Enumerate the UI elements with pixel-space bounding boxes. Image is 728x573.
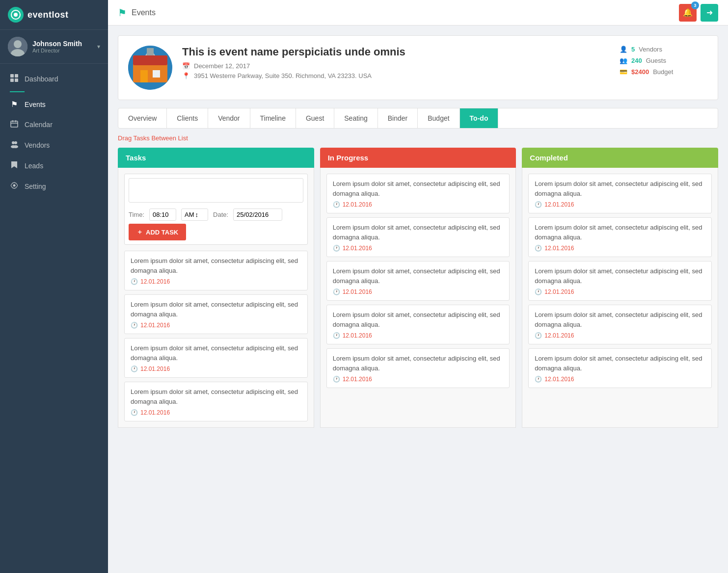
svg-rect-9 [11, 121, 18, 127]
tab-seating[interactable]: Seating [334, 108, 377, 128]
sidebar-item-events[interactable]: ⚑ Events [0, 94, 108, 114]
task-date: 🕐 12.01.2016 [333, 201, 504, 208]
in-progress-body: Lorem ipsum dolor sit amet, consectetur … [320, 168, 516, 428]
task-date: 🕐 12.01.2016 [333, 288, 504, 295]
task-card: Lorem ipsum dolor sit amet, consectetur … [124, 382, 308, 421]
task-text: Lorem ipsum dolor sit amet, consectetur … [535, 354, 705, 373]
tab-budget[interactable]: Budget [418, 108, 459, 128]
sidebar-item-calendar[interactable]: Calendar [0, 114, 108, 135]
clock-icon: 🕐 [131, 322, 138, 329]
clock-icon: 🕐 [535, 201, 542, 208]
svg-rect-22 [140, 70, 148, 82]
guests-stat: 👥 240 Guests [620, 57, 708, 64]
clock-icon: 🕐 [333, 332, 340, 339]
clock-icon: 🕐 [535, 288, 542, 295]
sidebar-item-leads[interactable]: Leads [0, 156, 108, 176]
calendar-icon: 📅 [182, 62, 190, 70]
kanban-board: Tasks Time: AM ↕ Date: [118, 148, 718, 428]
task-card: Lorem ipsum dolor sit amet, consectetur … [326, 348, 510, 388]
clock-icon: 🕐 [333, 201, 340, 208]
user-name: Johnson Smith [32, 40, 97, 48]
task-text: Lorem ipsum dolor sit amet, consectetur … [333, 266, 504, 286]
task-text: Lorem ipsum dolor sit amet, consectetur … [131, 300, 301, 319]
tab-overview[interactable]: Overview [118, 108, 167, 128]
avatar [8, 37, 27, 56]
task-card: Lorem ipsum dolor sit amet, consectetur … [326, 261, 510, 301]
task-text-input[interactable] [129, 178, 303, 203]
task-text: Lorem ipsum dolor sit amet, consectetur … [535, 223, 705, 242]
sidebar-item-label: Calendar [25, 121, 53, 129]
sidebar-item-dashboard[interactable]: Dashboard [0, 69, 108, 89]
task-card: Lorem ipsum dolor sit amet, consectetur … [528, 217, 712, 257]
completed-column: Completed Lorem ipsum dolor sit amet, co… [522, 148, 718, 428]
leads-icon [10, 161, 19, 171]
tab-guest[interactable]: Guest [296, 108, 334, 128]
tab-vendor[interactable]: Vendor [208, 108, 250, 128]
task-date: 🕐 12.01.2016 [131, 365, 301, 372]
clock-icon: 🕐 [535, 332, 542, 339]
task-date: 🕐 12.01.2016 [131, 322, 301, 329]
svg-rect-7 [10, 78, 14, 82]
tab-binder[interactable]: Binder [378, 108, 418, 128]
task-text: Lorem ipsum dolor sit amet, consectetur … [333, 354, 504, 373]
plus-icon: ＋ [136, 228, 143, 236]
clock-icon: 🕐 [535, 376, 542, 383]
logo-area: eventlost [0, 0, 108, 30]
notification-button[interactable]: 🔔 3 [679, 4, 697, 22]
user-role: Art Director [32, 48, 97, 53]
sidebar: eventlost Johnson Smith Art Director ▾ [0, 0, 108, 573]
svg-rect-23 [153, 70, 160, 78]
clock-icon: 🕐 [131, 365, 138, 372]
task-date: 🕐 12.01.2016 [535, 376, 705, 383]
task-card: Lorem ipsum dolor sit amet, consectetur … [528, 348, 712, 388]
vendors-stat: 👤 5 Vendors [620, 46, 708, 53]
header-flag-icon: ⚑ [118, 7, 127, 19]
tab-timeline[interactable]: Timeline [250, 108, 296, 128]
event-stats: 👤 5 Vendors 👥 240 Guests 💳 $2400 Budget [620, 46, 708, 76]
date-input[interactable] [233, 208, 282, 221]
clock-icon: 🕐 [131, 409, 138, 416]
user-profile[interactable]: Johnson Smith Art Director ▾ [0, 30, 108, 64]
svg-point-18 [13, 184, 16, 187]
task-date: 🕐 12.01.2016 [535, 245, 705, 252]
in-progress-header: In Progress [320, 148, 516, 168]
svg-point-16 [13, 145, 18, 148]
task-card: Lorem ipsum dolor sit amet, consectetur … [326, 217, 510, 257]
logout-button[interactable]: ➜ [701, 4, 718, 22]
tasks-column: Tasks Time: AM ↕ Date: [118, 148, 314, 428]
event-card: This is event name perspiciatis unde omn… [118, 35, 718, 100]
task-date: 🕐 12.01.2016 [333, 332, 504, 339]
task-text: Lorem ipsum dolor sit amet, consectetur … [535, 310, 705, 329]
header-actions: 🔔 3 ➜ [679, 4, 718, 22]
task-date: 🕐 12.01.2016 [131, 278, 301, 285]
tab-todo[interactable]: To-do [460, 108, 499, 128]
tasks-header: Tasks [118, 148, 314, 168]
task-text: Lorem ipsum dolor sit amet, consectetur … [333, 310, 504, 329]
page-content: This is event name perspiciatis unde omn… [108, 26, 728, 573]
group-icon: 👥 [620, 57, 627, 64]
svg-rect-21 [133, 55, 167, 65]
ampm-selector[interactable]: AM ↕ [181, 208, 208, 221]
tab-clients[interactable]: Clients [167, 108, 208, 128]
sidebar-item-setting[interactable]: Setting [0, 176, 108, 197]
clock-icon: 🕐 [333, 288, 340, 295]
notification-badge: 3 [691, 1, 699, 9]
completed-header: Completed [522, 148, 718, 168]
add-task-button[interactable]: ＋ ADD TASK [129, 224, 186, 240]
svg-point-1 [14, 13, 18, 17]
completed-body: Lorem ipsum dolor sit amet, consectetur … [522, 168, 718, 428]
chevron-down-icon: ▾ [97, 43, 100, 50]
sidebar-item-vendors[interactable]: Vendors [0, 135, 108, 156]
task-card: Lorem ipsum dolor sit amet, consectetur … [528, 261, 712, 301]
task-date: 🕐 12.01.2016 [535, 332, 705, 339]
task-date: 🕐 12.01.2016 [333, 376, 504, 383]
task-input-area: Time: AM ↕ Date: ＋ ADD TASK [124, 174, 308, 245]
header-title: Events [132, 8, 679, 17]
nav-divider [10, 91, 25, 92]
task-date: 🕐 12.01.2016 [535, 201, 705, 208]
task-date: 🕐 12.01.2016 [333, 245, 504, 252]
task-date: 🕐 12.01.2016 [131, 409, 301, 416]
time-input[interactable] [149, 208, 176, 221]
svg-point-3 [14, 40, 22, 48]
sidebar-item-label: Dashboard [25, 75, 58, 83]
